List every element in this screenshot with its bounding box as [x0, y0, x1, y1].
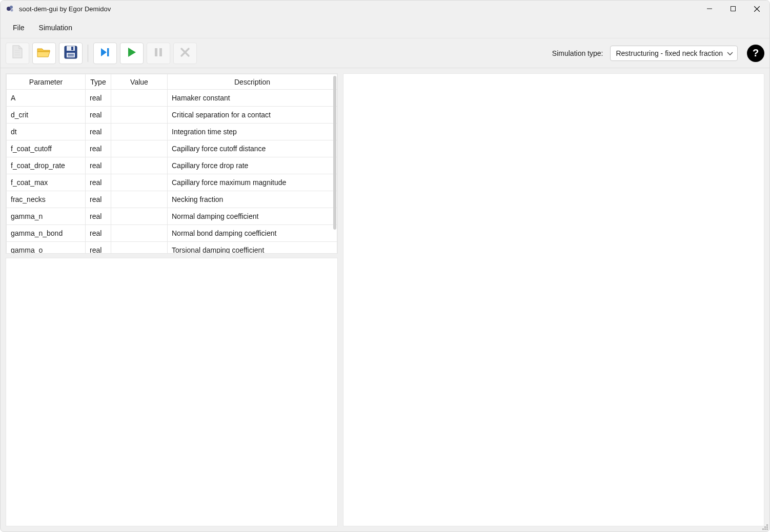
cell-description: Integration time step	[168, 124, 337, 140]
toolbar: Simulation type: Restructuring - fixed n…	[1, 38, 769, 68]
cell-value[interactable]	[111, 90, 168, 107]
save-icon	[64, 45, 78, 61]
cell-value[interactable]	[111, 157, 168, 174]
cell-description: Hamaker constant	[168, 90, 337, 107]
cell-type: real	[86, 174, 111, 191]
table-row[interactable]: f_coat_drop_raterealCapillary force drop…	[7, 157, 337, 174]
cell-type: real	[86, 90, 111, 107]
cell-type: real	[86, 225, 111, 242]
titlebar: soot-dem-gui by Egor Demidov	[1, 1, 769, 17]
header-description[interactable]: Description	[168, 74, 337, 90]
cell-value[interactable]	[111, 124, 168, 140]
cell-parameter: f_coat_max	[7, 174, 86, 191]
cell-value[interactable]	[111, 174, 168, 191]
menubar: File Simulation	[1, 17, 769, 38]
table-row[interactable]: ArealHamaker constant	[7, 90, 337, 107]
table-row[interactable]: f_coat_maxrealCapillary force maximum ma…	[7, 174, 337, 191]
content-area: Parameter Type Value Description ArealHa…	[1, 68, 769, 531]
cell-description: Normal bond damping coefficient	[168, 225, 337, 242]
new-button[interactable]	[6, 43, 29, 64]
skip-forward-icon	[99, 47, 111, 59]
cell-parameter: gamma_n_bond	[7, 225, 86, 242]
table-row[interactable]: gamma_n_bondrealNormal bond damping coef…	[7, 225, 337, 242]
folder-open-icon	[36, 46, 52, 60]
stop-button[interactable]	[173, 43, 197, 64]
maximize-button[interactable]	[721, 1, 745, 17]
cell-description: Necking fraction	[168, 191, 337, 208]
cell-description: Capillary force cutoff distance	[168, 140, 337, 157]
svg-rect-11	[67, 46, 75, 51]
cell-parameter: f_coat_drop_rate	[7, 157, 86, 174]
parameters-table-panel: Parameter Type Value Description ArealHa…	[6, 73, 338, 254]
simulation-type-select[interactable]: Restructuring - fixed neck fraction	[610, 46, 738, 61]
cell-description: Critical separation for a contact	[168, 107, 337, 124]
table-row[interactable]: gamma_orealTorsional damping coefficient	[7, 242, 337, 254]
menu-file[interactable]: File	[6, 21, 32, 35]
pause-button[interactable]	[147, 43, 170, 64]
minimize-button[interactable]	[698, 1, 721, 17]
cell-parameter: gamma_o	[7, 242, 86, 254]
cell-description: Torsional damping coefficient	[168, 242, 337, 254]
table-row[interactable]: gamma_nrealNormal damping coefficient	[7, 208, 337, 225]
cell-type: real	[86, 140, 111, 157]
cell-description: Capillary force maximum magnitude	[168, 174, 337, 191]
svg-rect-13	[67, 53, 75, 57]
window-controls	[698, 1, 768, 17]
help-button[interactable]: ?	[747, 45, 764, 62]
svg-rect-12	[71, 47, 73, 50]
cell-value[interactable]	[111, 208, 168, 225]
menu-simulation[interactable]: Simulation	[32, 21, 79, 35]
viewport-panel[interactable]	[343, 73, 764, 526]
svg-marker-18	[128, 48, 136, 57]
header-type[interactable]: Type	[86, 74, 111, 90]
app-window: soot-dem-gui by Egor Demidov File Simula…	[0, 0, 770, 532]
simulation-type-value: Restructuring - fixed neck fraction	[616, 49, 723, 57]
table-row[interactable]: frac_necksrealNecking fraction	[7, 191, 337, 208]
table-row[interactable]: d_critrealCritical separation for a cont…	[7, 107, 337, 124]
header-parameter[interactable]: Parameter	[7, 74, 86, 90]
cell-parameter: A	[7, 90, 86, 107]
log-panel[interactable]	[6, 258, 338, 526]
table-row[interactable]: dtrealIntegration time step	[7, 124, 337, 140]
close-button[interactable]	[745, 1, 768, 17]
cell-parameter: gamma_n	[7, 208, 86, 225]
pause-icon	[154, 47, 163, 59]
save-button[interactable]	[59, 43, 83, 64]
parameters-table[interactable]: Parameter Type Value Description ArealHa…	[6, 74, 337, 254]
table-row[interactable]: f_coat_cutoffrealCapillary force cutoff …	[7, 140, 337, 157]
svg-rect-4	[731, 7, 736, 11]
svg-marker-16	[101, 48, 107, 56]
window-title: soot-dem-gui by Egor Demidov	[19, 5, 111, 13]
question-icon: ?	[753, 47, 759, 59]
table-scrollbar[interactable]	[333, 76, 336, 245]
svg-rect-20	[159, 48, 162, 56]
left-column: Parameter Type Value Description ArealHa…	[6, 73, 338, 526]
cell-parameter: d_crit	[7, 107, 86, 124]
step-button[interactable]	[93, 43, 117, 64]
cell-parameter: frac_necks	[7, 191, 86, 208]
cell-value[interactable]	[111, 140, 168, 157]
svg-point-2	[11, 9, 13, 12]
cell-type: real	[86, 208, 111, 225]
cell-type: real	[86, 157, 111, 174]
resize-grip[interactable]	[761, 523, 768, 530]
header-value[interactable]: Value	[111, 74, 168, 90]
close-icon	[180, 47, 190, 59]
cell-value[interactable]	[111, 225, 168, 242]
cell-description: Normal damping coefficient	[168, 208, 337, 225]
chevron-down-icon	[727, 49, 733, 57]
svg-rect-19	[155, 48, 157, 56]
document-icon	[11, 45, 24, 62]
svg-rect-17	[107, 48, 109, 56]
cell-parameter: f_coat_cutoff	[7, 140, 86, 157]
cell-type: real	[86, 242, 111, 254]
simulation-type-label: Simulation type:	[552, 49, 603, 57]
cell-value[interactable]	[111, 242, 168, 254]
play-button[interactable]	[120, 43, 144, 64]
scrollbar-thumb[interactable]	[333, 76, 336, 230]
cell-type: real	[86, 124, 111, 140]
app-icon	[6, 4, 15, 13]
open-button[interactable]	[32, 43, 56, 64]
cell-value[interactable]	[111, 191, 168, 208]
cell-value[interactable]	[111, 107, 168, 124]
